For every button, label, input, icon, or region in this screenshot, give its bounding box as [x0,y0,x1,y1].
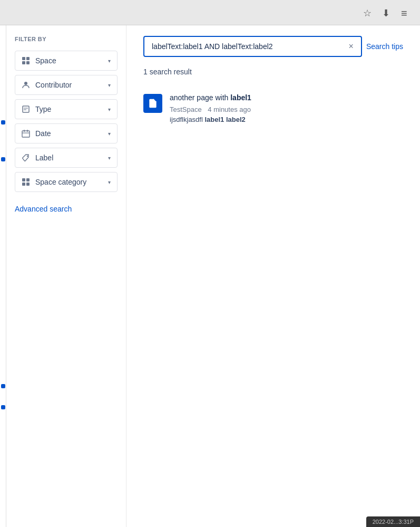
result-meta: TestSpace 4 minutes ago [170,106,403,113]
svg-point-4 [24,82,27,85]
bottom-bar: 2022-02...3:31P [366,516,420,527]
svg-rect-13 [22,178,25,181]
star-icon[interactable]: ☆ [363,7,374,18]
svg-rect-16 [26,183,30,186]
filter-item-space-category[interactable]: Space category ▾ [15,172,118,192]
result-snippet-bold1: label1 [204,116,224,123]
label-chevron-icon: ▾ [108,155,111,161]
filter-item-space-category-left: Space category [22,178,86,186]
space-category-chevron-icon: ▾ [108,179,111,185]
svg-rect-14 [26,178,30,181]
sidebar-nav-indicator-1 [1,120,5,124]
filter-item-type-left: Type [22,105,51,113]
filter-item-contributor[interactable]: Contributor ▾ [15,75,118,95]
sidebar-nav-indicator-3 [1,384,5,388]
type-filter-icon [22,105,30,113]
filter-label-type: Type [35,105,51,113]
left-sidebar-partial [0,25,6,527]
filter-item-contributor-left: Contributor [22,81,72,89]
search-bar-container: × Search tips [143,36,403,57]
search-tips-link[interactable]: Search tips [366,42,403,51]
result-title-prefix: another page with [170,93,230,102]
bottom-bar-text: 2022-02...3:31P [373,519,414,525]
filter-label-date: Date [35,129,51,138]
filter-item-label[interactable]: Label ▾ [15,148,118,168]
svg-rect-5 [23,106,29,112]
date-filter-icon [22,129,30,138]
sidebar-nav-indicator-4 [1,405,5,409]
filter-item-type[interactable]: Type ▾ [15,99,118,119]
result-time: 4 minutes ago [208,106,251,113]
menu-icon[interactable]: ≡ [401,7,412,18]
svg-rect-8 [22,131,30,137]
filter-item-label-left: Label [22,154,53,162]
svg-point-12 [27,156,28,157]
download-icon[interactable]: ⬇ [382,7,393,18]
svg-rect-2 [22,61,25,64]
advanced-search-link[interactable]: Advanced search [15,205,72,213]
filter-item-date[interactable]: Date ▾ [15,123,118,143]
space-filter-icon [22,56,30,65]
result-space-name: TestSpace [170,106,202,113]
svg-rect-1 [26,57,30,60]
filter-sidebar: FILTER BY Space ▾ [6,25,126,527]
type-chevron-icon: ▾ [108,107,111,112]
filter-item-space[interactable]: Space ▾ [15,51,118,71]
filter-label-space-category: Space category [35,178,86,186]
result-snippet-bold2: label2 [226,116,246,123]
result-snippet-prefix: ijsdflkjasdfl [170,116,204,123]
result-content: another page with label1 TestSpace 4 min… [170,93,403,123]
svg-rect-0 [22,57,25,60]
filter-label-label: Label [35,154,53,162]
filter-label-space: Space [35,56,56,65]
filter-item-date-left: Date [22,129,51,138]
document-icon [148,98,158,109]
date-chevron-icon: ▾ [108,131,111,137]
browser-chrome: ☆ ⬇ ≡ [0,0,420,25]
page-wrapper: FILTER BY Space ▾ [0,25,420,527]
filter-by-heading: FILTER BY [15,36,118,42]
svg-rect-3 [26,61,30,64]
search-input-wrapper: × [143,36,362,57]
result-title[interactable]: another page with label1 [170,93,403,103]
space-category-filter-icon [22,178,30,186]
space-chevron-icon: ▾ [108,58,111,64]
result-title-bold: label1 [230,93,251,102]
svg-rect-15 [22,183,25,186]
results-count: 1 search result [143,68,403,76]
contributor-filter-icon [22,81,30,89]
filter-label-contributor: Contributor [35,81,72,89]
search-main: × Search tips 1 search result another pa… [126,25,420,527]
contributor-chevron-icon: ▾ [108,82,111,88]
search-clear-button[interactable]: × [346,41,357,52]
label-filter-icon [22,154,30,162]
search-input[interactable] [143,36,362,57]
result-doc-icon [143,94,162,113]
filter-item-space-left: Space [22,56,56,65]
result-snippet: ijsdflkjasdfl label1 label2 [170,116,403,123]
table-row: another page with label1 TestSpace 4 min… [143,87,403,130]
sidebar-nav-indicator-2 [1,157,5,161]
